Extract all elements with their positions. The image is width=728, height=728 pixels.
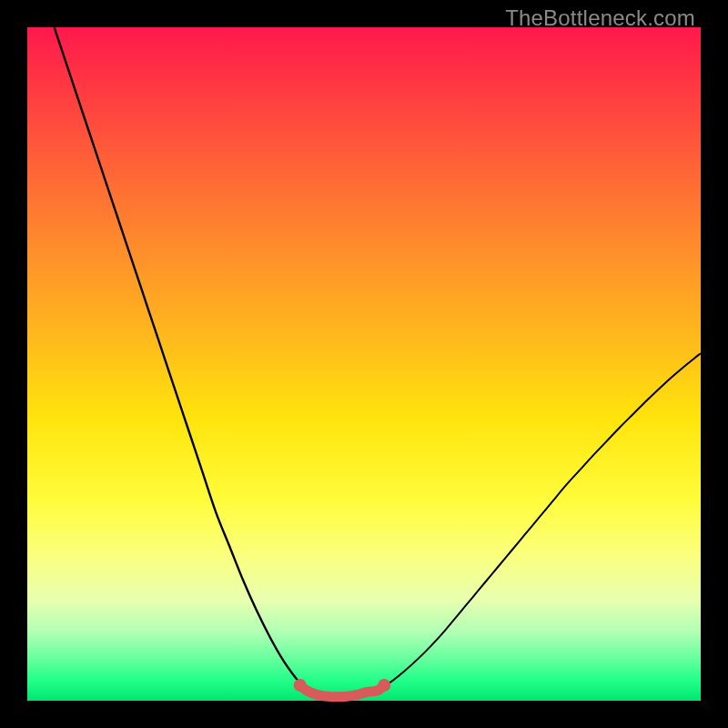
- plot-area: [27, 27, 701, 701]
- curve-layer: [27, 27, 701, 701]
- valley-endcap-right: [378, 679, 390, 692]
- right-branch-curve: [378, 353, 701, 691]
- valley-highlight-curve: [300, 685, 385, 697]
- left-branch-curve: [55, 27, 308, 691]
- chart-frame: TheBottleneck.com: [0, 0, 728, 728]
- valley-endcap-left: [294, 679, 307, 692]
